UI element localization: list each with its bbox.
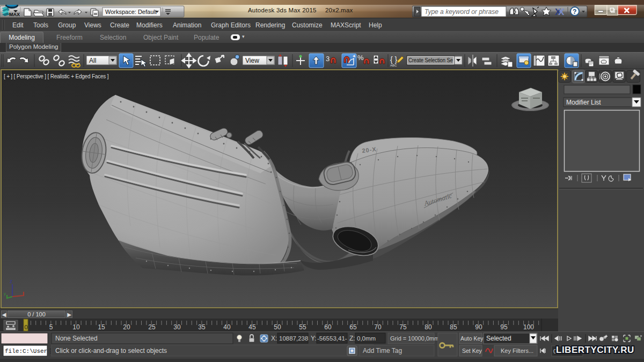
svg-text:40: 40	[223, 323, 231, 331]
svg-text:45: 45	[248, 323, 256, 331]
svg-text:Click or click-and-drag to sel: Click or click-and-drag to select object…	[55, 347, 167, 354]
svg-text:35: 35	[198, 323, 206, 331]
svg-text:30: 30	[173, 323, 181, 331]
svg-text:{ }: { }	[390, 55, 398, 64]
svg-text:Auto Key: Auto Key	[460, 335, 484, 342]
svg-text:%: %	[357, 54, 364, 62]
svg-text:75: 75	[399, 323, 407, 331]
svg-text:95: 95	[500, 323, 508, 331]
svg-text:50: 50	[274, 323, 281, 331]
svg-text:5: 5	[49, 323, 53, 331]
svg-text:ABC: ABC	[390, 64, 397, 67]
svg-text:20: 20	[123, 323, 130, 331]
svg-text:100: 100	[523, 323, 534, 331]
svg-text:Type a keyword or phrase: Type a keyword or phrase	[425, 8, 499, 16]
svg-text:Grid = 10000,0mm: Grid = 10000,0mm	[390, 335, 439, 342]
svg-text:MAX: MAX	[9, 12, 20, 17]
svg-text:y: y	[4, 291, 6, 296]
svg-text:X: X	[558, 7, 565, 17]
svg-text:-56553,41-: -56553,41-	[317, 335, 347, 342]
svg-text:?: ?	[573, 8, 576, 16]
svg-text:All: All	[89, 57, 96, 64]
svg-text:View: View	[245, 57, 259, 64]
svg-text:Selected: Selected	[486, 335, 511, 342]
svg-text:Y:: Y:	[311, 335, 317, 342]
svg-text:70: 70	[374, 323, 382, 331]
svg-text:Workspace: Default: Workspace: Default	[105, 9, 157, 15]
svg-text:55: 55	[299, 323, 306, 331]
svg-text:Add Time Tag: Add Time Tag	[363, 347, 402, 354]
svg-text:60: 60	[324, 323, 332, 331]
svg-text:Set Key: Set Key	[462, 348, 482, 354]
svg-text:85: 85	[450, 323, 457, 331]
svg-text:10: 10	[72, 323, 80, 331]
svg-text:0,0mm: 0,0mm	[357, 335, 376, 342]
svg-text:0: 0	[25, 324, 28, 330]
svg-text:z: z	[10, 278, 12, 284]
svg-text:65: 65	[349, 323, 357, 331]
svg-text:90: 90	[475, 323, 482, 331]
svg-text:3: 3	[326, 55, 330, 63]
svg-text:X:: X:	[271, 335, 277, 342]
svg-text:None Selected: None Selected	[55, 335, 98, 342]
svg-text:Z:: Z:	[349, 335, 355, 342]
svg-text:file:C:\User⋮: file:C:\User⋮	[5, 348, 53, 354]
svg-text:10887,238: 10887,238	[279, 335, 308, 342]
svg-text:25: 25	[148, 323, 156, 331]
svg-text:LIBERTYCITY.RU: LIBERTYCITY.RU	[556, 345, 634, 355]
svg-text:15: 15	[98, 323, 105, 331]
svg-text:Key Filters...: Key Filters...	[501, 348, 533, 354]
svg-text:Modifier List: Modifier List	[566, 99, 601, 106]
svg-text:Create Selection Se: Create Selection Se	[408, 57, 453, 63]
svg-text:80: 80	[425, 323, 432, 331]
